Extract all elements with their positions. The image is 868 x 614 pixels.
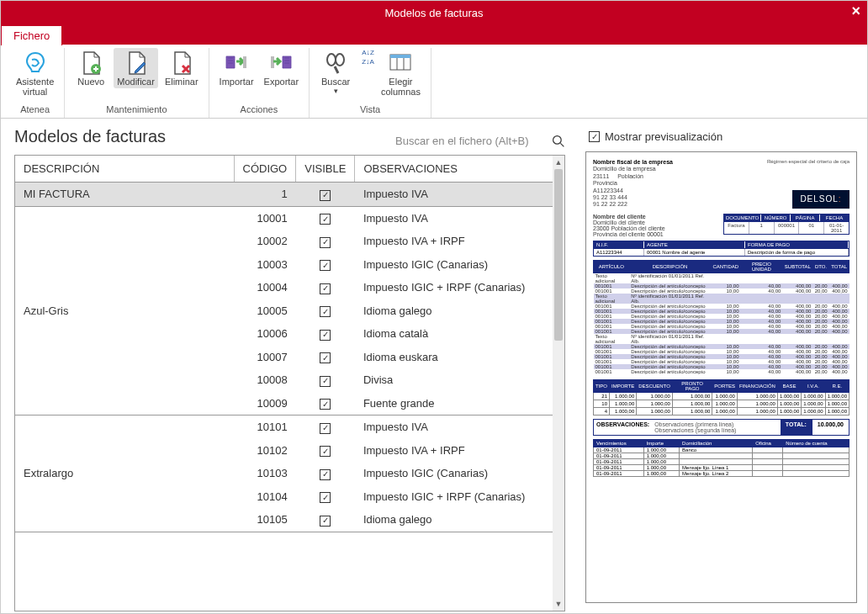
table-row[interactable]: Azul-Gris10001✓Impuesto IVA <box>15 206 553 230</box>
checkbox-icon: ✓ <box>320 306 331 317</box>
code-cell: 10103 <box>234 462 296 485</box>
checkbox-icon: ✓ <box>320 214 331 225</box>
checkbox-icon: ✓ <box>320 237 331 248</box>
code-cell: 10006 <box>234 322 296 346</box>
preview-pane: Nombre fiscal de la empresa Domicilio de… <box>585 151 857 603</box>
tab-strip: Fichero <box>1 24 867 45</box>
obs-cell: Impuesto IVA <box>355 206 553 230</box>
pv-client: Nombre del cliente Domicilio del cliente… <box>593 214 665 237</box>
col-descripcion[interactable]: DESCRIPCIÓN <box>15 156 234 183</box>
buscar-button[interactable]: Buscar ▾ <box>316 48 355 97</box>
code-cell: 1 <box>234 183 296 207</box>
edit-icon <box>123 50 150 77</box>
visible-cell: ✓ <box>296 462 355 485</box>
visible-cell: ✓ <box>296 322 355 346</box>
table-row[interactable]: MI FACTURA1✓Impuesto IVA <box>15 183 553 207</box>
svg-point-4 <box>336 54 344 66</box>
checkbox-icon: ✓ <box>320 516 331 527</box>
eliminar-button[interactable]: Eliminar <box>161 48 202 88</box>
checkbox-icon: ✓ <box>320 376 331 387</box>
window-title: Modelos de facturas <box>384 7 483 19</box>
visible-cell: ✓ <box>296 416 355 439</box>
obs-cell: Impuesto IGIC + IRPF (Canarias) <box>355 485 553 509</box>
code-cell: 10001 <box>234 206 296 230</box>
obs-cell: Impuesto IVA <box>355 183 553 207</box>
visible-cell: ✓ <box>296 206 355 230</box>
pv-vencimientos: VencimientosImporteDomiciliaciónOficinaN… <box>593 439 849 477</box>
checkbox-icon: ✓ <box>320 352 331 363</box>
group-label: Atenea <box>20 103 50 118</box>
obs-cell: Divisa <box>355 368 553 392</box>
pv-logo: DELSOL: <box>792 190 849 209</box>
scroll-down[interactable]: ▼ <box>553 597 564 611</box>
visible-cell: ✓ <box>296 299 355 323</box>
scroll-up[interactable]: ▲ <box>553 156 564 169</box>
checkbox-icon: ✓ <box>320 283 331 294</box>
code-cell: 10102 <box>234 439 296 463</box>
checkbox-icon: ✓ <box>320 260 331 271</box>
asistente-button[interactable]: Asistente virtual <box>13 48 57 98</box>
obs-cell: Impuesto IGIC (Canarias) <box>355 253 553 277</box>
search-input[interactable] <box>395 135 547 147</box>
col-observaciones[interactable]: OBSERVACIONES <box>355 156 553 183</box>
group-label: Mantenimiento <box>106 103 167 118</box>
checkbox-icon: ✓ <box>589 131 600 142</box>
nuevo-button[interactable]: Nuevo <box>71 48 110 88</box>
col-visible[interactable]: VISIBLE <box>296 156 355 183</box>
code-cell: 10008 <box>234 368 296 392</box>
table-container: DESCRIPCIÓN CÓDIGO VISIBLE OBSERVACIONES… <box>14 155 565 611</box>
checkbox-icon: ✓ <box>320 492 331 503</box>
checkbox-icon: ✓ <box>320 190 331 201</box>
scrollbar[interactable]: ▲ ▼ <box>553 156 564 611</box>
models-table: DESCRIPCIÓN CÓDIGO VISIBLE OBSERVACIONES… <box>15 156 553 532</box>
pv-regimen: Régimen especial del criterio de caja <box>767 159 849 165</box>
obs-cell: Idioma galego <box>355 299 553 323</box>
code-cell: 10101 <box>234 416 296 439</box>
checkbox-icon: ✓ <box>320 330 331 341</box>
pv-lines-table: ARTÍCULODESCRIPCIÓNCANTIDADPRECIO UNIDAD… <box>593 260 849 374</box>
code-cell: 10004 <box>234 276 296 299</box>
close-button[interactable]: × <box>851 3 860 20</box>
group-label: Acciones <box>241 103 278 118</box>
table-row[interactable]: Extralargo10101✓Impuesto IVA <box>15 416 553 439</box>
pv-nif-bar: N.I.F.AGENTEFORMA DE PAGO A1122334400001… <box>593 241 849 257</box>
pv-totals: TIPOIMPORTEDESCUENTOPRONTO PAGOPORTESFIN… <box>593 379 849 416</box>
obs-cell: Idioma català <box>355 322 553 346</box>
tab-fichero[interactable]: Fichero <box>1 25 62 45</box>
export-icon <box>267 50 294 77</box>
pv-observations: OBSERVACIONES: Observaciones (primera lí… <box>593 419 849 436</box>
importar-button[interactable]: Importar <box>216 48 257 88</box>
obs-cell: Idioma galego <box>355 508 553 532</box>
search-icon <box>322 50 349 77</box>
checkbox-icon: ✓ <box>320 423 331 434</box>
exportar-button[interactable]: Exportar <box>261 48 303 88</box>
page-title: Modelos de facturas <box>14 127 166 146</box>
columnas-button[interactable]: Elegir columnas <box>378 48 424 98</box>
col-codigo[interactable]: CÓDIGO <box>234 156 296 183</box>
svg-rect-8 <box>390 55 410 58</box>
sort-az[interactable]: A↓Z <box>362 48 374 57</box>
show-preview-toggle[interactable]: ✓ Mostrar previsualización <box>589 130 857 143</box>
visible-cell: ✓ <box>296 183 355 207</box>
svg-point-9 <box>553 135 562 144</box>
code-cell: 10002 <box>234 230 296 253</box>
import-icon <box>223 50 250 77</box>
search-icon[interactable] <box>552 135 565 148</box>
obs-cell: Impuesto IVA + IRPF <box>355 230 553 253</box>
assistant-icon <box>22 50 49 77</box>
visible-cell: ✓ <box>296 368 355 392</box>
visible-cell: ✓ <box>296 485 355 509</box>
title-bar: Modelos de facturas × <box>1 1 867 24</box>
svg-line-10 <box>560 143 564 146</box>
obs-cell: Impuesto IVA <box>355 416 553 439</box>
modificar-button[interactable]: Modificar <box>114 48 158 88</box>
delete-icon <box>168 50 195 77</box>
sort-za[interactable]: Z↓A <box>362 57 374 66</box>
visible-cell: ✓ <box>296 392 355 416</box>
svg-rect-1 <box>243 56 246 68</box>
code-cell: 10003 <box>234 253 296 277</box>
obs-cell: Fuente grande <box>355 392 553 416</box>
obs-cell: Impuesto IGIC + IRPF (Canarias) <box>355 276 553 299</box>
obs-cell: Idioma euskara <box>355 346 553 369</box>
ribbon: Asistente virtual Atenea Nuevo Modificar <box>1 45 867 119</box>
